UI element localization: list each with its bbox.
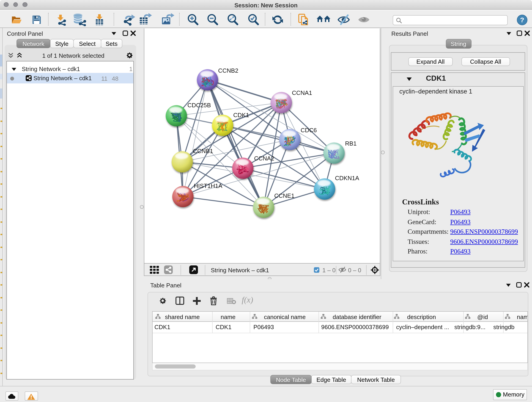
svg-text:CCNA2: CCNA2 xyxy=(254,155,274,162)
svg-text:CDKN1A: CDKN1A xyxy=(335,174,359,181)
svg-text:HIST1H1A: HIST1H1A xyxy=(194,182,222,189)
svg-text:CCNB2: CCNB2 xyxy=(218,67,238,74)
svg-text:CCNA1: CCNA1 xyxy=(292,89,312,96)
svg-text:CCNB1: CCNB1 xyxy=(193,147,213,154)
svg-text:CDC25B: CDC25B xyxy=(187,102,211,108)
svg-text:RB1: RB1 xyxy=(345,140,357,147)
svg-text:CDC6: CDC6 xyxy=(301,127,317,133)
svg-text:CDK1: CDK1 xyxy=(233,111,249,118)
svg-text:CCNE1: CCNE1 xyxy=(274,192,294,199)
svg-text:?: ? xyxy=(520,16,524,23)
